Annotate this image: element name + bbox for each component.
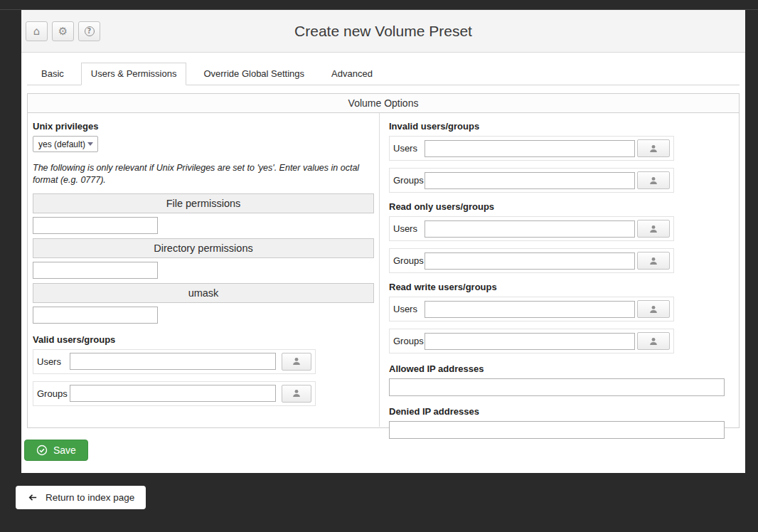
read-write-users-row: Users	[389, 297, 674, 321]
tab-users-permissions[interactable]: Users & Permissions	[81, 63, 187, 85]
read-only-users-row: Users	[389, 216, 674, 241]
user-icon	[648, 176, 658, 186]
settings-button[interactable]: ⚙	[52, 21, 74, 41]
user-icon	[648, 304, 658, 314]
header-button-group: ⌂ ⚙ ?	[26, 21, 100, 41]
user-icon	[648, 144, 658, 154]
denied-ip-label: Denied IP addresses	[389, 406, 732, 417]
tab-bar: Basic Users & Permissions Override Globa…	[27, 53, 740, 85]
invalid-users-groups-label: Invalid users/groups	[389, 121, 732, 132]
groups-label: Groups	[393, 255, 425, 266]
valid-users-picker-button[interactable]	[282, 353, 311, 371]
umask-header: umask	[33, 283, 374, 303]
read-write-groups-row: Groups	[389, 329, 674, 353]
valid-users-input[interactable]	[70, 353, 276, 370]
page-title: Create new Volume Preset	[21, 10, 745, 53]
check-circle-icon	[36, 445, 48, 456]
unix-privileges-label: Unix privileges	[33, 121, 374, 132]
valid-users-row: Users	[33, 349, 316, 374]
allowed-ip-input[interactable]	[389, 378, 725, 396]
users-label: Users	[393, 304, 425, 314]
user-icon	[648, 336, 658, 346]
main-card: ⌂ ⚙ ? Create new Volume Preset Basic Use…	[21, 10, 745, 473]
right-column: Invalid users/groups Users Groups	[380, 113, 739, 427]
user-icon	[648, 224, 658, 234]
valid-users-groups-label: Valid users/groups	[33, 334, 374, 345]
unix-privileges-select[interactable]: yes (default)	[33, 136, 98, 152]
user-icon	[292, 388, 301, 398]
octal-format-note: The following is only relevant if Unix P…	[33, 162, 373, 186]
panel-body: Unix privileges yes (default) The follow…	[28, 113, 739, 427]
read-only-groups-picker-button[interactable]	[637, 252, 670, 270]
read-write-groups-picker-button[interactable]	[637, 332, 670, 350]
read-write-users-groups-label: Read write users/groups	[389, 282, 732, 292]
left-column: Unix privileges yes (default) The follow…	[28, 113, 380, 427]
save-label: Save	[53, 445, 76, 456]
panel-title: Volume Options	[28, 94, 739, 113]
valid-groups-row: Groups	[33, 381, 316, 406]
groups-label: Groups	[393, 175, 425, 186]
save-button[interactable]: Save	[24, 440, 88, 461]
valid-groups-input[interactable]	[70, 385, 276, 402]
return-label: Return to index page	[46, 492, 134, 503]
arrow-left-icon	[27, 492, 38, 503]
user-icon	[292, 356, 301, 366]
read-write-users-input[interactable]	[425, 301, 635, 318]
title-bar: ⌂ ⚙ ? Create new Volume Preset	[21, 10, 745, 53]
read-only-users-groups-section: Read only users/groups Users Groups	[389, 201, 732, 273]
read-only-users-input[interactable]	[425, 220, 635, 238]
allowed-ip-label: Allowed IP addresses	[389, 363, 732, 374]
volume-options-panel: Volume Options Unix privileges yes (defa…	[27, 93, 740, 428]
gear-icon: ⚙	[58, 25, 68, 38]
users-label: Users	[37, 356, 70, 367]
read-only-users-groups-label: Read only users/groups	[389, 201, 732, 212]
read-only-groups-row: Groups	[389, 248, 674, 273]
read-write-users-picker-button[interactable]	[637, 300, 670, 318]
unix-privileges-value: yes (default)	[38, 139, 85, 149]
tab-override-global-settings[interactable]: Override Global Settings	[193, 63, 314, 85]
invalid-groups-row: Groups	[389, 168, 674, 193]
umask-input[interactable]	[33, 307, 158, 324]
users-label: Users	[393, 143, 425, 154]
valid-groups-picker-button[interactable]	[282, 385, 311, 403]
directory-permissions-header: Directory permissions	[33, 238, 374, 258]
help-icon: ?	[85, 26, 95, 36]
user-icon	[648, 256, 658, 266]
directory-permissions-input[interactable]	[33, 262, 158, 279]
invalid-groups-picker-button[interactable]	[637, 171, 670, 189]
tab-basic[interactable]: Basic	[31, 63, 74, 85]
return-to-index-button[interactable]: Return to index page	[16, 486, 146, 509]
denied-ip-input[interactable]	[389, 421, 725, 439]
users-label: Users	[393, 223, 425, 234]
invalid-groups-input[interactable]	[425, 172, 635, 189]
home-button[interactable]: ⌂	[26, 21, 48, 41]
groups-label: Groups	[37, 388, 70, 399]
tab-advanced[interactable]: Advanced	[321, 63, 383, 85]
chevron-down-icon	[87, 142, 93, 146]
invalid-users-groups-section: Invalid users/groups Users Groups	[389, 121, 732, 193]
invalid-users-picker-button[interactable]	[637, 139, 670, 157]
invalid-users-row: Users	[389, 136, 674, 161]
help-button[interactable]: ?	[78, 21, 100, 41]
read-only-users-picker-button[interactable]	[637, 220, 670, 238]
read-write-groups-input[interactable]	[425, 333, 635, 350]
read-only-groups-input[interactable]	[425, 252, 635, 270]
groups-label: Groups	[393, 336, 425, 346]
file-permissions-header: File permissions	[33, 193, 374, 213]
invalid-users-input[interactable]	[425, 140, 635, 157]
home-icon: ⌂	[33, 25, 41, 38]
file-permissions-input[interactable]	[33, 217, 158, 234]
read-write-users-groups-section: Read write users/groups Users Groups	[389, 282, 732, 353]
